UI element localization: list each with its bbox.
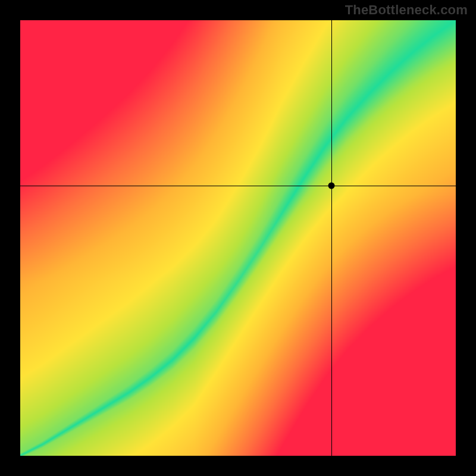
heatmap-canvas [20,20,456,456]
watermark-text: TheBottleneck.com [345,2,468,18]
chart-frame: TheBottleneck.com [0,0,476,476]
heatmap-plot [20,20,456,456]
